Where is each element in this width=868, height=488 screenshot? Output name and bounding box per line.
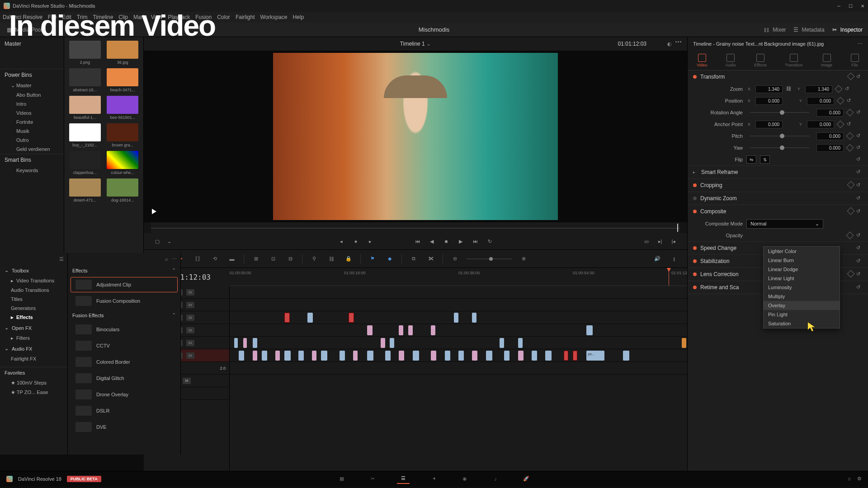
rotation-slider[interactable] bbox=[750, 112, 809, 113]
clip[interactable] bbox=[239, 351, 244, 361]
clip[interactable] bbox=[454, 313, 458, 323]
insert-icon[interactable]: ⊞ bbox=[250, 253, 261, 264]
viewer-scrubber[interactable] bbox=[151, 222, 680, 233]
page-cut[interactable]: ✂ bbox=[366, 474, 379, 484]
media-thumb[interactable]: brown gra... bbox=[106, 123, 140, 147]
flip-h-button[interactable]: ⇋ bbox=[746, 155, 756, 164]
reset-icon[interactable]: ↺ bbox=[856, 145, 863, 151]
clip[interactable] bbox=[253, 351, 257, 361]
zoom-y-input[interactable] bbox=[805, 85, 832, 93]
goto-start-icon[interactable]: ⏮ bbox=[413, 237, 422, 246]
clip[interactable] bbox=[381, 338, 385, 348]
metadata-button[interactable]: ☰Metadata bbox=[793, 26, 825, 33]
keyframe-icon[interactable] bbox=[837, 97, 844, 105]
dd-linear-burn[interactable]: Linear Burn bbox=[764, 256, 840, 265]
clip[interactable] bbox=[307, 313, 313, 323]
dd-linear-light[interactable]: Linear Light bbox=[764, 274, 840, 283]
dropdown-icon[interactable]: ⌄ bbox=[165, 237, 174, 246]
clip[interactable] bbox=[367, 351, 373, 361]
reset-icon[interactable]: ↺ bbox=[847, 121, 853, 127]
clip[interactable] bbox=[573, 351, 577, 361]
media-thumb[interactable]: beautiful-1... bbox=[68, 96, 102, 120]
reset-icon[interactable]: ↺ bbox=[856, 182, 863, 188]
fx-cctv[interactable]: CCTV bbox=[71, 338, 178, 353]
flip-v-button[interactable]: ⇅ bbox=[760, 155, 770, 164]
clip[interactable] bbox=[586, 325, 593, 335]
clip[interactable] bbox=[275, 351, 280, 361]
keyframe-icon[interactable] bbox=[846, 109, 854, 117]
lock-icon[interactable]: 🔒 bbox=[343, 253, 354, 264]
fx-drone-overlay[interactable]: Drone Overlay bbox=[71, 387, 178, 402]
media-thumb[interactable]: colour-whe... bbox=[106, 151, 140, 175]
clip[interactable] bbox=[340, 351, 345, 361]
stop-icon[interactable]: ■ bbox=[442, 237, 451, 246]
clip[interactable] bbox=[408, 325, 413, 335]
maximize-button[interactable]: ☐ bbox=[849, 4, 853, 9]
link-icon[interactable]: ⛓ bbox=[786, 86, 793, 92]
effects-item[interactable]: ▸Effects bbox=[0, 313, 67, 322]
viewer-menu-icon[interactable] bbox=[675, 41, 683, 43]
clip[interactable] bbox=[390, 338, 394, 348]
snap-icon[interactable]: ⧉ bbox=[408, 253, 419, 264]
overwrite-icon[interactable]: ⊡ bbox=[268, 253, 278, 264]
reset-icon[interactable]: ↺ bbox=[856, 245, 863, 251]
reset-icon[interactable]: ↺ bbox=[847, 98, 853, 104]
tab-video[interactable]: Video bbox=[697, 54, 707, 67]
track-content[interactable]: pe... bbox=[230, 286, 687, 471]
playhead[interactable] bbox=[669, 268, 669, 286]
tab-file[interactable]: File bbox=[851, 54, 859, 67]
bin-abo[interactable]: Abo Button bbox=[0, 90, 64, 99]
clip[interactable] bbox=[518, 338, 523, 348]
zoom-out-icon[interactable]: ⊖ bbox=[449, 253, 460, 264]
page-color[interactable]: ◉ bbox=[458, 474, 471, 484]
clip[interactable] bbox=[234, 338, 238, 348]
power-bins-header[interactable]: Power Bins bbox=[0, 69, 64, 81]
fusion-composition[interactable]: Fusion Composition bbox=[71, 293, 178, 309]
page-fairlight[interactable]: ♪ bbox=[489, 474, 502, 484]
section-dynamic-zoom[interactable]: Dynamic Zoom↺ bbox=[688, 192, 868, 205]
meters-icon[interactable]: ⫿ bbox=[669, 253, 680, 264]
clip[interactable] bbox=[486, 351, 492, 361]
yaw-input[interactable] bbox=[816, 144, 844, 152]
reset-icon[interactable]: ↺ bbox=[856, 169, 863, 175]
clip[interactable] bbox=[284, 351, 291, 361]
match-frame-icon[interactable]: ▭ bbox=[642, 237, 651, 246]
media-thumb[interactable]: abstract-18... bbox=[68, 68, 102, 92]
clip[interactable] bbox=[500, 338, 504, 348]
clip[interactable] bbox=[385, 351, 391, 361]
clip[interactable] bbox=[623, 351, 629, 361]
menu-workspace[interactable]: Workspace bbox=[260, 14, 288, 20]
fav-tpzo[interactable]: ★ TP ZO... Ease bbox=[0, 388, 67, 397]
page-media[interactable]: ▦ bbox=[335, 474, 348, 484]
marker-icon[interactable]: ◆ bbox=[384, 253, 395, 264]
reset-icon[interactable]: ↺ bbox=[856, 195, 863, 202]
menu-color[interactable]: Color bbox=[217, 14, 230, 20]
clip[interactable] bbox=[445, 351, 450, 361]
page-deliver[interactable]: 🚀 bbox=[520, 474, 533, 484]
chain-icon[interactable]: ⛓ bbox=[326, 253, 337, 264]
dd-saturation[interactable]: Saturation bbox=[764, 319, 840, 328]
goto-end-icon[interactable]: ⏭ bbox=[471, 237, 480, 246]
dynamic-trim-icon[interactable]: ⟲ bbox=[209, 253, 220, 264]
clip[interactable] bbox=[504, 351, 509, 361]
viewer-options-icon[interactable]: ◐ bbox=[667, 41, 672, 47]
smart-bins-header[interactable]: Smart Bins bbox=[0, 154, 64, 166]
nav-first-icon[interactable]: ◂ bbox=[337, 237, 346, 246]
clip[interactable] bbox=[298, 351, 304, 361]
crop-tool-icon[interactable]: ▢ bbox=[153, 237, 162, 246]
media-thumb[interactable]: bee-561801... bbox=[106, 96, 140, 120]
flag-icon[interactable]: ⚑ bbox=[367, 253, 378, 264]
clip[interactable] bbox=[431, 351, 436, 361]
bin-geld[interactable]: Geld verdienen bbox=[0, 145, 64, 154]
inspector-button[interactable]: ✂Inspector bbox=[831, 26, 863, 33]
clip[interactable] bbox=[262, 351, 267, 361]
bin-master-2[interactable]: ⌄Master bbox=[0, 81, 64, 90]
list-view-icon[interactable]: ☰ bbox=[59, 256, 64, 262]
clip[interactable] bbox=[518, 351, 524, 361]
section-smart-reframe[interactable]: ▸Smart Reframe↺ bbox=[688, 166, 868, 178]
bin-fortnite[interactable]: Fortnite bbox=[0, 117, 64, 127]
media-thumb[interactable]: clapperboa... bbox=[68, 151, 102, 175]
section-cropping[interactable]: Cropping↺ bbox=[688, 179, 868, 192]
keyframe-icon[interactable] bbox=[847, 181, 855, 189]
reset-icon[interactable]: ↺ bbox=[845, 86, 851, 92]
